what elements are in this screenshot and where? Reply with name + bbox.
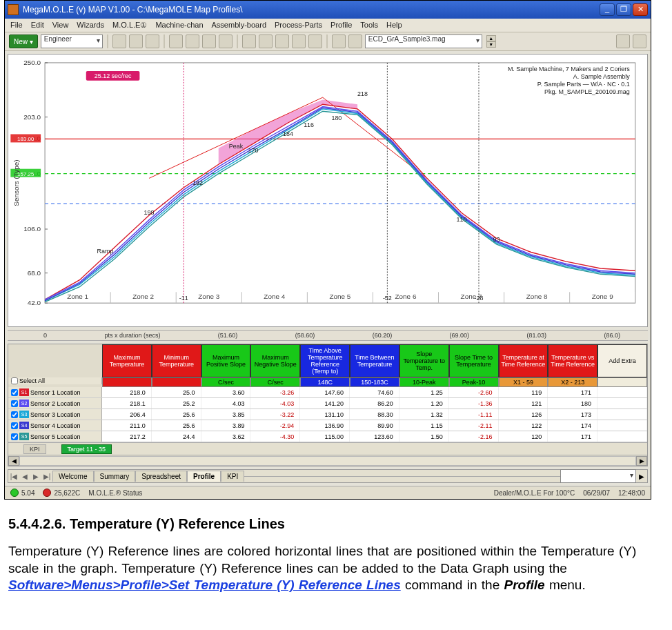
maximize-button[interactable]: ❐ xyxy=(616,3,631,16)
row-label[interactable]: S4Sensor 4 Location xyxy=(8,420,102,431)
tab-nav-next[interactable]: ▶ xyxy=(30,473,41,480)
table-row[interactable]: S1Sensor 1 Location218.025.03.60-3.26147… xyxy=(8,387,647,398)
body-text: Temperature (Y) Reference lines are colo… xyxy=(8,544,636,575)
cell: -2.60 xyxy=(449,387,499,397)
column-header[interactable]: Maximum Negative Slope xyxy=(250,344,300,377)
cell: 141.20 xyxy=(300,398,350,408)
svg-text:Zone 4: Zone 4 xyxy=(264,293,285,300)
kpi-tab[interactable]: KPI xyxy=(23,444,46,454)
cell: 211.0 xyxy=(102,420,152,431)
sheet-tab-kpi[interactable]: KPI xyxy=(221,471,244,482)
svg-text:Pkg. M_SAMPLE_200109.mag: Pkg. M_SAMPLE_200109.mag xyxy=(544,88,630,95)
section-body: Temperature (Y) Reference lines are colo… xyxy=(4,543,668,594)
tool-icon[interactable] xyxy=(219,35,233,48)
menu-view[interactable]: View xyxy=(52,21,69,30)
column-header[interactable]: Temperature at Time Reference xyxy=(499,344,549,377)
table-row[interactable]: S5Sensor 5 Location217.224.43.62-4.30115… xyxy=(8,431,647,442)
row-label[interactable]: S3Sensor 3 Location xyxy=(8,409,102,420)
tool-icon[interactable] xyxy=(308,35,322,48)
tab-nav-prev[interactable]: ◀ xyxy=(19,473,30,480)
close-button[interactable]: ✕ xyxy=(633,3,648,16)
sheet-tab-profile[interactable]: Profile xyxy=(187,471,221,482)
row-checkbox[interactable] xyxy=(11,400,18,407)
tool-icon[interactable] xyxy=(633,35,646,48)
tool-icon[interactable] xyxy=(146,35,159,48)
new-button[interactable]: New ▾ xyxy=(9,35,38,48)
profile-file-combo[interactable]: ECD_GrA_Sample3.mag xyxy=(365,35,482,48)
sheet-tab-welcome[interactable]: Welcome xyxy=(52,471,94,482)
table-row[interactable]: S2Sensor 2 Location218.125.24.03-4.03141… xyxy=(8,398,647,409)
menu-bar: File Edit View Wizards M.O.L.E① Machine-… xyxy=(5,19,651,32)
row-checkbox[interactable] xyxy=(11,389,18,396)
tool-icon[interactable] xyxy=(348,35,362,48)
svg-text:116: 116 xyxy=(304,121,314,128)
menu-process[interactable]: Process-Parts xyxy=(275,21,322,30)
tool-icon[interactable] xyxy=(259,35,273,48)
row-label[interactable]: S1Sensor 1 Location xyxy=(8,387,102,397)
cell: 121 xyxy=(499,398,549,408)
table-row[interactable]: S4Sensor 4 Location211.025.63.89-2.94136… xyxy=(8,420,647,431)
svg-text:A. Sample Assembly: A. Sample Assembly xyxy=(573,73,630,80)
menu-edit[interactable]: Edit xyxy=(31,21,44,30)
cell: 206.4 xyxy=(102,409,152,420)
sheet-selector[interactable] xyxy=(560,469,636,483)
menu-help[interactable]: Help xyxy=(386,21,402,30)
menu-tools[interactable]: Tools xyxy=(360,21,378,30)
tool-icon[interactable] xyxy=(202,35,216,48)
file-stepper[interactable]: ▲▼ xyxy=(486,35,496,48)
status-bar: 5.04 25,622C M.O.L.E.® Status Dealer/M.O… xyxy=(5,486,651,499)
row-label[interactable]: S2Sensor 2 Location xyxy=(8,398,102,408)
tool-icon[interactable] xyxy=(332,35,346,48)
tool-icon[interactable] xyxy=(242,35,256,48)
column-header[interactable]: Add Extra xyxy=(597,344,647,377)
tool-icon[interactable] xyxy=(169,35,183,48)
minimize-button[interactable]: _ xyxy=(600,3,615,16)
select-all-row[interactable]: Select All xyxy=(8,377,102,384)
menu-profile[interactable]: Profile xyxy=(330,21,352,30)
status-center: M.O.L.E.® Status xyxy=(88,489,142,497)
column-header[interactable]: Time Above Temperature Reference (Temp t… xyxy=(300,344,350,377)
tool-icon[interactable] xyxy=(616,35,630,48)
select-all-checkbox[interactable] xyxy=(11,377,18,384)
scroll-right-icon[interactable]: ▶ xyxy=(636,473,647,480)
tool-icon[interactable] xyxy=(129,35,143,48)
tool-icon[interactable] xyxy=(292,35,306,48)
tab-nav-last[interactable]: ▶| xyxy=(41,473,52,480)
sensor-swatch: S2 xyxy=(19,400,29,407)
row-checkbox[interactable] xyxy=(11,411,18,418)
tool-icon[interactable] xyxy=(112,35,126,48)
row-label[interactable]: S5Sensor 5 Location xyxy=(8,431,102,442)
row-checkbox[interactable] xyxy=(11,433,18,440)
menu-machine[interactable]: Machine-chan xyxy=(155,21,203,30)
target-tab[interactable]: Target 11 - 35 xyxy=(61,444,112,454)
cell: 217.2 xyxy=(102,431,152,442)
column-header[interactable]: Slope Temperature to Temp. xyxy=(399,344,449,377)
menu-mole[interactable]: M.O.L.E① xyxy=(112,21,147,30)
menu-file[interactable]: File xyxy=(10,21,23,30)
tool-icon[interactable] xyxy=(275,35,289,48)
software-menus-link[interactable]: Software>Menus>Profile>Set Temperature (… xyxy=(8,578,401,592)
tab-nav-first[interactable]: |◀ xyxy=(8,473,19,480)
column-header[interactable]: Maximum Positive Slope xyxy=(201,344,251,377)
tool-icon[interactable] xyxy=(186,35,199,48)
svg-text:Sensors (Type): Sensors (Type) xyxy=(12,159,20,206)
cell: 131.10 xyxy=(300,409,350,420)
app-icon xyxy=(8,4,19,15)
row-checkbox[interactable] xyxy=(11,422,18,429)
column-header[interactable]: Slope Time to Temperature xyxy=(449,344,499,377)
sheet-tab-summary[interactable]: Summary xyxy=(94,471,136,482)
column-header[interactable]: Temperature vs Time Reference xyxy=(548,344,597,377)
table-header-row: Maximum TemperatureMinimum TemperatureMa… xyxy=(8,344,647,377)
status-led-green xyxy=(10,489,19,497)
column-header[interactable]: Minimum Temperature xyxy=(152,344,201,377)
engineer-combo[interactable]: Engineer xyxy=(41,35,103,48)
cell: 136.90 xyxy=(300,420,350,431)
column-header[interactable]: Time Between Temperature xyxy=(350,344,399,377)
grid-scrollbar[interactable]: ◀▶ xyxy=(8,455,647,466)
column-header[interactable]: Maximum Temperature xyxy=(102,344,152,377)
menu-assembly[interactable]: Assembly-board xyxy=(212,21,266,30)
data-graph[interactable]: 42.068.0106.0154.0184.0203.0250.0183.001… xyxy=(8,54,648,327)
sheet-tab-spreadsheet[interactable]: Spreadsheet xyxy=(135,471,187,482)
table-row[interactable]: S3Sensor 3 Location206.425.63.85-3.22131… xyxy=(8,409,647,420)
menu-wizards[interactable]: Wizards xyxy=(77,21,104,30)
